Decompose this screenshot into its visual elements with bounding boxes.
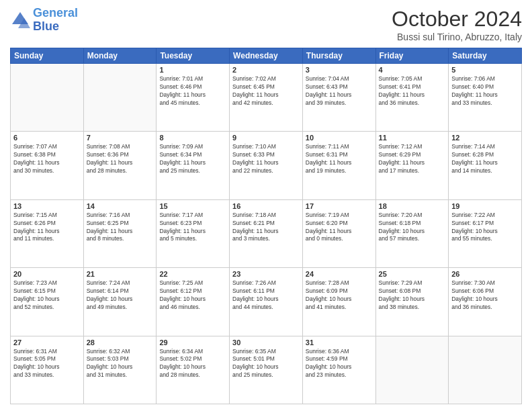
- week-row-2: 6Sunrise: 7:07 AM Sunset: 6:38 PM Daylig…: [11, 132, 522, 199]
- day-number: 29: [159, 338, 226, 347]
- table-cell: 14Sunrise: 7:16 AM Sunset: 6:25 PM Dayli…: [83, 199, 157, 267]
- day-number: 8: [159, 134, 226, 142]
- col-friday: Friday: [375, 48, 449, 64]
- logo-icon: [10, 10, 30, 30]
- day-info: Sunrise: 7:06 AM Sunset: 6:40 PM Dayligh…: [451, 75, 519, 107]
- day-info: Sunrise: 7:09 AM Sunset: 6:34 PM Dayligh…: [159, 143, 226, 175]
- week-row-1: 1Sunrise: 7:01 AM Sunset: 6:46 PM Daylig…: [11, 64, 522, 132]
- day-info: Sunrise: 7:11 AM Sunset: 6:31 PM Dayligh…: [306, 143, 373, 175]
- header: General Blue October 2024 Bussi sul Tiri…: [10, 7, 522, 42]
- header-row: Sunday Monday Tuesday Wednesday Thursday…: [11, 48, 522, 64]
- table-cell: 29Sunrise: 6:34 AM Sunset: 5:02 PM Dayli…: [157, 336, 230, 404]
- logo: General Blue: [10, 7, 78, 34]
- table-cell: 18Sunrise: 7:20 AM Sunset: 6:18 PM Dayli…: [375, 199, 449, 267]
- day-info: Sunrise: 7:22 AM Sunset: 6:17 PM Dayligh…: [451, 212, 519, 244]
- table-cell: 1Sunrise: 7:01 AM Sunset: 6:46 PM Daylig…: [157, 64, 230, 132]
- day-number: 28: [87, 338, 154, 347]
- day-info: Sunrise: 7:25 AM Sunset: 6:12 PM Dayligh…: [159, 279, 226, 312]
- col-monday: Monday: [83, 48, 157, 64]
- table-cell: [375, 336, 449, 404]
- table-cell: 21Sunrise: 7:24 AM Sunset: 6:14 PM Dayli…: [83, 268, 157, 336]
- day-number: 10: [306, 134, 373, 142]
- day-info: Sunrise: 7:30 AM Sunset: 6:06 PM Dayligh…: [451, 279, 519, 312]
- table-cell: 22Sunrise: 7:25 AM Sunset: 6:12 PM Dayli…: [157, 268, 230, 336]
- day-number: 19: [451, 202, 519, 210]
- table-cell: 17Sunrise: 7:19 AM Sunset: 6:20 PM Dayli…: [302, 199, 375, 267]
- day-info: Sunrise: 6:36 AM Sunset: 4:59 PM Dayligh…: [306, 348, 373, 380]
- month-year: October 2024: [392, 7, 522, 32]
- day-info: Sunrise: 6:34 AM Sunset: 5:02 PM Dayligh…: [159, 348, 226, 380]
- day-info: Sunrise: 7:23 AM Sunset: 6:15 PM Dayligh…: [13, 279, 81, 312]
- col-tuesday: Tuesday: [157, 48, 230, 64]
- day-number: 6: [13, 134, 81, 142]
- day-info: Sunrise: 7:01 AM Sunset: 6:46 PM Dayligh…: [159, 75, 226, 107]
- day-info: Sunrise: 7:20 AM Sunset: 6:18 PM Dayligh…: [379, 212, 446, 244]
- day-info: Sunrise: 7:05 AM Sunset: 6:41 PM Dayligh…: [379, 75, 446, 107]
- table-cell: 8Sunrise: 7:09 AM Sunset: 6:34 PM Daylig…: [157, 132, 230, 199]
- day-info: Sunrise: 7:08 AM Sunset: 6:36 PM Dayligh…: [87, 143, 154, 175]
- table-cell: 15Sunrise: 7:17 AM Sunset: 6:23 PM Dayli…: [157, 199, 230, 267]
- day-info: Sunrise: 7:07 AM Sunset: 6:38 PM Dayligh…: [13, 143, 81, 175]
- table-cell: 11Sunrise: 7:12 AM Sunset: 6:29 PM Dayli…: [375, 132, 449, 199]
- day-number: 13: [13, 202, 81, 210]
- table-cell: 23Sunrise: 7:26 AM Sunset: 6:11 PM Dayli…: [230, 268, 303, 336]
- logo-text: General Blue: [33, 7, 78, 34]
- day-number: 1: [159, 66, 226, 74]
- day-info: Sunrise: 7:12 AM Sunset: 6:29 PM Dayligh…: [379, 143, 446, 175]
- day-number: 15: [159, 202, 226, 210]
- table-cell: [83, 64, 157, 132]
- week-row-5: 27Sunrise: 6:31 AM Sunset: 5:05 PM Dayli…: [11, 336, 522, 404]
- table-cell: 4Sunrise: 7:05 AM Sunset: 6:41 PM Daylig…: [375, 64, 449, 132]
- day-info: Sunrise: 7:24 AM Sunset: 6:14 PM Dayligh…: [87, 279, 154, 312]
- day-number: 21: [87, 270, 154, 278]
- day-number: 2: [232, 66, 300, 74]
- table-cell: 28Sunrise: 6:32 AM Sunset: 5:03 PM Dayli…: [83, 336, 157, 404]
- day-info: Sunrise: 7:02 AM Sunset: 6:45 PM Dayligh…: [232, 75, 300, 107]
- day-number: 3: [306, 66, 373, 74]
- day-number: 17: [306, 202, 373, 210]
- table-cell: 19Sunrise: 7:22 AM Sunset: 6:17 PM Dayli…: [449, 199, 522, 267]
- day-number: 9: [232, 134, 300, 142]
- page: General Blue October 2024 Bussi sul Tiri…: [0, 0, 532, 411]
- day-info: Sunrise: 7:19 AM Sunset: 6:20 PM Dayligh…: [306, 212, 373, 244]
- day-info: Sunrise: 7:15 AM Sunset: 6:26 PM Dayligh…: [13, 212, 81, 244]
- day-number: 25: [379, 270, 446, 278]
- table-cell: 27Sunrise: 6:31 AM Sunset: 5:05 PM Dayli…: [11, 336, 84, 404]
- day-info: Sunrise: 7:17 AM Sunset: 6:23 PM Dayligh…: [159, 212, 226, 244]
- day-info: Sunrise: 6:31 AM Sunset: 5:05 PM Dayligh…: [13, 348, 81, 380]
- calendar-table: Sunday Monday Tuesday Wednesday Thursday…: [10, 48, 522, 404]
- day-info: Sunrise: 7:26 AM Sunset: 6:11 PM Dayligh…: [232, 279, 300, 312]
- col-thursday: Thursday: [302, 48, 375, 64]
- day-number: 24: [306, 270, 373, 278]
- table-cell: 26Sunrise: 7:30 AM Sunset: 6:06 PM Dayli…: [449, 268, 522, 336]
- table-cell: 31Sunrise: 6:36 AM Sunset: 4:59 PM Dayli…: [302, 336, 375, 404]
- day-info: Sunrise: 7:16 AM Sunset: 6:25 PM Dayligh…: [87, 212, 154, 244]
- table-cell: 20Sunrise: 7:23 AM Sunset: 6:15 PM Dayli…: [11, 268, 84, 336]
- day-number: 26: [451, 270, 519, 278]
- day-number: 4: [379, 66, 446, 74]
- day-info: Sunrise: 7:29 AM Sunset: 6:08 PM Dayligh…: [379, 279, 446, 312]
- table-cell: 7Sunrise: 7:08 AM Sunset: 6:36 PM Daylig…: [83, 132, 157, 199]
- table-cell: 2Sunrise: 7:02 AM Sunset: 6:45 PM Daylig…: [230, 64, 303, 132]
- day-number: 5: [451, 66, 519, 74]
- day-number: 31: [306, 338, 373, 347]
- day-number: 27: [13, 338, 81, 347]
- day-number: 7: [87, 134, 154, 142]
- week-row-4: 20Sunrise: 7:23 AM Sunset: 6:15 PM Dayli…: [11, 268, 522, 336]
- day-number: 22: [159, 270, 226, 278]
- day-number: 11: [379, 134, 446, 142]
- day-number: 18: [379, 202, 446, 210]
- day-info: Sunrise: 7:28 AM Sunset: 6:09 PM Dayligh…: [306, 279, 373, 312]
- day-info: Sunrise: 7:10 AM Sunset: 6:33 PM Dayligh…: [232, 143, 300, 175]
- col-wednesday: Wednesday: [230, 48, 303, 64]
- day-info: Sunrise: 7:14 AM Sunset: 6:28 PM Dayligh…: [451, 143, 519, 175]
- day-info: Sunrise: 6:32 AM Sunset: 5:03 PM Dayligh…: [87, 348, 154, 380]
- table-cell: 6Sunrise: 7:07 AM Sunset: 6:38 PM Daylig…: [11, 132, 84, 199]
- table-cell: 3Sunrise: 7:04 AM Sunset: 6:43 PM Daylig…: [302, 64, 375, 132]
- col-sunday: Sunday: [11, 48, 84, 64]
- table-cell: 24Sunrise: 7:28 AM Sunset: 6:09 PM Dayli…: [302, 268, 375, 336]
- table-cell: 10Sunrise: 7:11 AM Sunset: 6:31 PM Dayli…: [302, 132, 375, 199]
- day-info: Sunrise: 7:04 AM Sunset: 6:43 PM Dayligh…: [306, 75, 373, 107]
- table-cell: 30Sunrise: 6:35 AM Sunset: 5:01 PM Dayli…: [230, 336, 303, 404]
- day-number: 16: [232, 202, 300, 210]
